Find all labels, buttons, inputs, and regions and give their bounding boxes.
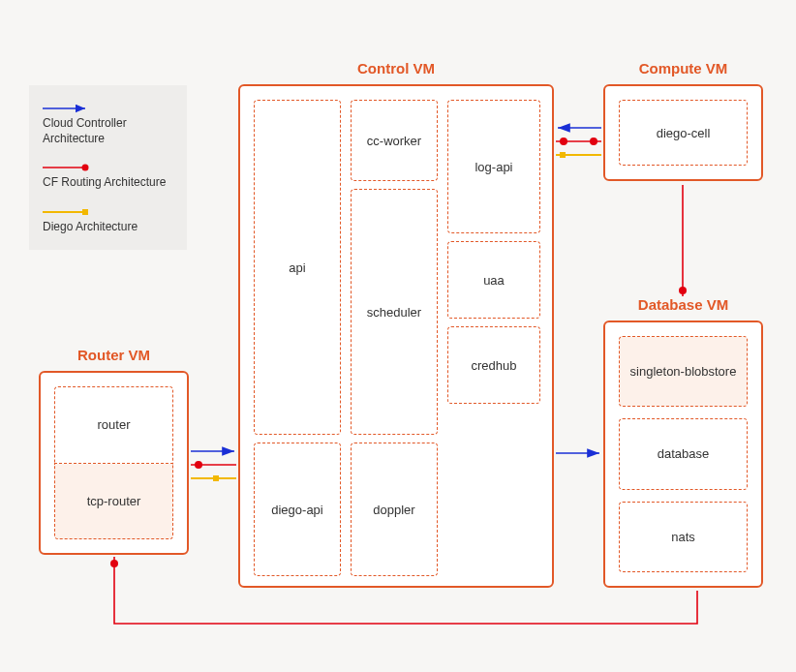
- arrow-blue-icon: [43, 101, 91, 112]
- compute-vm-title: Compute VM: [603, 60, 763, 76]
- component-log-api: log-api: [447, 100, 540, 233]
- component-uaa: uaa: [447, 241, 540, 319]
- conn-compute-control: [556, 128, 601, 158]
- compute-vm: Compute VM diego-cell: [603, 60, 763, 181]
- compute-vm-box: diego-cell: [603, 84, 763, 181]
- component-scheduler: scheduler: [351, 189, 438, 435]
- svg-rect-15: [560, 152, 566, 158]
- legend: Cloud Controller Architecture CF Routing…: [29, 85, 187, 250]
- component-doppler: doppler: [351, 443, 438, 576]
- legend-item-cf-routing: CF Routing Architecture: [43, 160, 173, 191]
- svg-point-18: [679, 287, 687, 294]
- component-singleton-blobstore: singleton-blobstore: [619, 336, 748, 407]
- control-vm: Control VM api diego-api cc-worker sched…: [238, 60, 554, 588]
- router-vm-box: router tcp-router: [39, 371, 189, 555]
- component-diego-cell: diego-cell: [619, 100, 748, 166]
- svg-point-2: [82, 165, 89, 171]
- line-yellow-square-icon: [43, 204, 91, 216]
- component-api: api: [254, 100, 341, 435]
- component-router: router: [54, 386, 173, 464]
- component-tcp-router: tcp-router: [54, 464, 173, 540]
- legend-label: Diego Architecture: [43, 220, 173, 235]
- component-diego-api: diego-api: [254, 443, 341, 576]
- line-red-dot-icon: [43, 160, 91, 171]
- svg-rect-4: [82, 209, 88, 215]
- component-credhub: credhub: [447, 326, 540, 404]
- legend-item-diego: Diego Architecture: [43, 204, 173, 235]
- svg-point-7: [195, 461, 202, 469]
- svg-point-13: [590, 137, 597, 145]
- component-database: database: [619, 418, 748, 489]
- router-vm: Router VM router tcp-router: [39, 347, 189, 555]
- conn-router-control: [191, 451, 236, 481]
- router-vm-title: Router VM: [39, 347, 189, 363]
- component-cc-worker: cc-worker: [351, 100, 438, 181]
- database-vm-box: singleton-blobstore database nats: [603, 321, 763, 588]
- svg-rect-9: [213, 475, 219, 481]
- legend-label: Cloud Controller Architecture: [43, 116, 173, 146]
- component-nats: nats: [619, 502, 748, 572]
- database-vm: Database VM singleton-blobstore database…: [603, 296, 763, 588]
- control-vm-box: api diego-api cc-worker scheduler dopple…: [238, 84, 554, 588]
- conn-compute-database: [679, 185, 687, 296]
- database-vm-title: Database VM: [603, 296, 763, 313]
- legend-label: CF Routing Architecture: [43, 175, 173, 191]
- svg-point-19: [110, 560, 118, 567]
- legend-item-cloud-controller: Cloud Controller Architecture: [43, 101, 173, 146]
- svg-point-12: [560, 137, 567, 145]
- control-vm-title: Control VM: [238, 60, 554, 76]
